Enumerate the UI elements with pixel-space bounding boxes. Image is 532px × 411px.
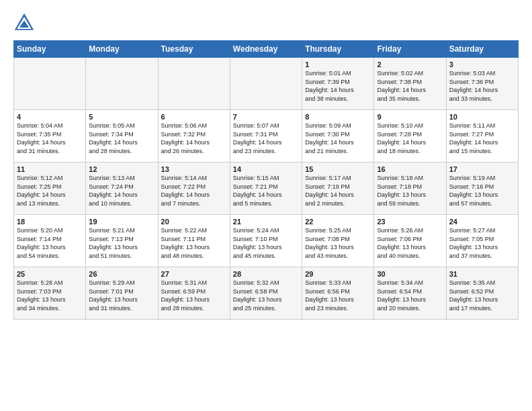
calendar-cell: 31Sunrise: 5:35 AM Sunset: 6:52 PM Dayli…: [446, 267, 518, 320]
calendar-cell: 18Sunrise: 5:20 AM Sunset: 7:14 PM Dayli…: [14, 215, 86, 267]
day-number: 27: [161, 270, 227, 278]
calendar-week-1: 1Sunrise: 5:01 AM Sunset: 7:39 PM Daylig…: [14, 58, 519, 110]
day-number: 15: [305, 165, 371, 173]
day-content: Sunrise: 5:20 AM Sunset: 7:14 PM Dayligh…: [17, 226, 83, 260]
logo-icon: [13, 12, 35, 34]
page-container: SundayMondayTuesdayWednesdayThursdayFrid…: [0, 0, 532, 328]
day-number: 1: [305, 60, 371, 68]
calendar-cell: 9Sunrise: 5:10 AM Sunset: 7:28 PM Daylig…: [374, 110, 446, 163]
day-content: Sunrise: 5:24 AM Sunset: 7:10 PM Dayligh…: [233, 226, 299, 260]
day-content: Sunrise: 5:27 AM Sunset: 7:05 PM Dayligh…: [449, 226, 515, 260]
day-number: 22: [305, 218, 371, 226]
calendar-cell: 6Sunrise: 5:06 AM Sunset: 7:32 PM Daylig…: [158, 110, 230, 163]
day-number: 28: [233, 270, 299, 278]
day-content: Sunrise: 5:33 AM Sunset: 6:56 PM Dayligh…: [305, 279, 371, 312]
calendar-cell: 21Sunrise: 5:24 AM Sunset: 7:10 PM Dayli…: [230, 215, 302, 267]
day-content: Sunrise: 5:12 AM Sunset: 7:25 PM Dayligh…: [17, 174, 83, 208]
calendar-cell: 17Sunrise: 5:19 AM Sunset: 7:16 PM Dayli…: [446, 163, 518, 215]
calendar-cell: 10Sunrise: 5:11 AM Sunset: 7:27 PM Dayli…: [446, 110, 518, 163]
day-number: 8: [305, 113, 371, 121]
day-content: Sunrise: 5:13 AM Sunset: 7:24 PM Dayligh…: [89, 174, 154, 208]
calendar-cell: 25Sunrise: 5:28 AM Sunset: 7:03 PM Dayli…: [14, 267, 86, 320]
calendar-cell: 13Sunrise: 5:14 AM Sunset: 7:22 PM Dayli…: [158, 163, 230, 215]
day-number: 16: [377, 165, 443, 173]
day-content: Sunrise: 5:18 AM Sunset: 7:18 PM Dayligh…: [377, 174, 443, 208]
calendar-cell: [230, 58, 302, 110]
calendar-cell: 3Sunrise: 5:03 AM Sunset: 7:36 PM Daylig…: [446, 58, 518, 110]
day-number: 23: [377, 218, 443, 226]
header-day-monday: Monday: [86, 41, 158, 58]
calendar-cell: 26Sunrise: 5:29 AM Sunset: 7:01 PM Dayli…: [86, 267, 158, 320]
calendar-cell: 7Sunrise: 5:07 AM Sunset: 7:31 PM Daylig…: [230, 110, 302, 163]
day-number: 14: [233, 165, 299, 173]
header-row: [13, 12, 519, 34]
day-content: Sunrise: 5:25 AM Sunset: 7:08 PM Dayligh…: [305, 226, 371, 260]
day-number: 3: [449, 60, 515, 68]
day-content: Sunrise: 5:22 AM Sunset: 7:11 PM Dayligh…: [161, 226, 227, 260]
day-number: 10: [449, 113, 515, 121]
day-content: Sunrise: 5:11 AM Sunset: 7:27 PM Dayligh…: [449, 122, 515, 155]
day-content: Sunrise: 5:01 AM Sunset: 7:39 PM Dayligh…: [305, 69, 371, 103]
calendar-cell: [86, 58, 158, 110]
header-day-saturday: Saturday: [446, 41, 518, 58]
day-number: 5: [89, 113, 154, 121]
calendar-cell: [14, 58, 86, 110]
day-content: Sunrise: 5:26 AM Sunset: 7:06 PM Dayligh…: [377, 226, 443, 260]
day-number: 17: [449, 165, 515, 173]
day-content: Sunrise: 5:28 AM Sunset: 7:03 PM Dayligh…: [17, 279, 83, 312]
day-content: Sunrise: 5:17 AM Sunset: 7:19 PM Dayligh…: [305, 174, 371, 208]
day-number: 12: [89, 165, 154, 173]
day-content: Sunrise: 5:19 AM Sunset: 7:16 PM Dayligh…: [449, 174, 515, 208]
calendar-cell: 22Sunrise: 5:25 AM Sunset: 7:08 PM Dayli…: [302, 215, 374, 267]
day-number: 24: [449, 218, 515, 226]
day-content: Sunrise: 5:02 AM Sunset: 7:38 PM Dayligh…: [377, 69, 443, 103]
day-number: 11: [17, 165, 83, 173]
header-day-thursday: Thursday: [302, 41, 374, 58]
day-content: Sunrise: 5:09 AM Sunset: 7:30 PM Dayligh…: [305, 122, 371, 155]
day-content: Sunrise: 5:35 AM Sunset: 6:52 PM Dayligh…: [449, 279, 515, 312]
calendar-cell: 29Sunrise: 5:33 AM Sunset: 6:56 PM Dayli…: [302, 267, 374, 320]
calendar-cell: 15Sunrise: 5:17 AM Sunset: 7:19 PM Dayli…: [302, 163, 374, 215]
day-content: Sunrise: 5:29 AM Sunset: 7:01 PM Dayligh…: [89, 279, 154, 312]
calendar-cell: 28Sunrise: 5:32 AM Sunset: 6:58 PM Dayli…: [230, 267, 302, 320]
calendar-cell: 12Sunrise: 5:13 AM Sunset: 7:24 PM Dayli…: [86, 163, 158, 215]
calendar-week-2: 4Sunrise: 5:04 AM Sunset: 7:35 PM Daylig…: [14, 110, 519, 163]
logo: [13, 12, 38, 34]
day-content: Sunrise: 5:21 AM Sunset: 7:13 PM Dayligh…: [89, 226, 154, 260]
calendar-cell: 4Sunrise: 5:04 AM Sunset: 7:35 PM Daylig…: [14, 110, 86, 163]
day-number: 25: [17, 270, 83, 278]
day-number: 20: [161, 218, 227, 226]
day-number: 6: [161, 113, 227, 121]
day-content: Sunrise: 5:14 AM Sunset: 7:22 PM Dayligh…: [161, 174, 227, 208]
day-number: 30: [377, 270, 443, 278]
calendar-week-4: 18Sunrise: 5:20 AM Sunset: 7:14 PM Dayli…: [14, 215, 519, 267]
day-content: Sunrise: 5:34 AM Sunset: 6:54 PM Dayligh…: [377, 279, 443, 312]
header-day-tuesday: Tuesday: [158, 41, 230, 58]
day-content: Sunrise: 5:03 AM Sunset: 7:36 PM Dayligh…: [449, 69, 515, 103]
day-content: Sunrise: 5:05 AM Sunset: 7:34 PM Dayligh…: [89, 122, 154, 155]
day-number: 2: [377, 60, 443, 68]
calendar-cell: 30Sunrise: 5:34 AM Sunset: 6:54 PM Dayli…: [374, 267, 446, 320]
day-content: Sunrise: 5:10 AM Sunset: 7:28 PM Dayligh…: [377, 122, 443, 155]
day-content: Sunrise: 5:15 AM Sunset: 7:21 PM Dayligh…: [233, 174, 299, 208]
calendar-cell: 16Sunrise: 5:18 AM Sunset: 7:18 PM Dayli…: [374, 163, 446, 215]
calendar-cell: 11Sunrise: 5:12 AM Sunset: 7:25 PM Dayli…: [14, 163, 86, 215]
calendar-header-row: SundayMondayTuesdayWednesdayThursdayFrid…: [14, 41, 519, 58]
day-number: 4: [17, 113, 83, 121]
calendar-cell: [158, 58, 230, 110]
day-number: 13: [161, 165, 227, 173]
header-day-wednesday: Wednesday: [230, 41, 302, 58]
calendar-cell: 8Sunrise: 5:09 AM Sunset: 7:30 PM Daylig…: [302, 110, 374, 163]
day-content: Sunrise: 5:31 AM Sunset: 6:59 PM Dayligh…: [161, 279, 227, 312]
header-day-sunday: Sunday: [14, 41, 86, 58]
calendar-cell: 2Sunrise: 5:02 AM Sunset: 7:38 PM Daylig…: [374, 58, 446, 110]
calendar-cell: 23Sunrise: 5:26 AM Sunset: 7:06 PM Dayli…: [374, 215, 446, 267]
day-number: 31: [449, 270, 515, 278]
calendar-week-3: 11Sunrise: 5:12 AM Sunset: 7:25 PM Dayli…: [14, 163, 519, 215]
calendar-cell: 1Sunrise: 5:01 AM Sunset: 7:39 PM Daylig…: [302, 58, 374, 110]
day-number: 21: [233, 218, 299, 226]
day-number: 19: [89, 218, 154, 226]
day-number: 26: [89, 270, 154, 278]
calendar-cell: 24Sunrise: 5:27 AM Sunset: 7:05 PM Dayli…: [446, 215, 518, 267]
day-content: Sunrise: 5:06 AM Sunset: 7:32 PM Dayligh…: [161, 122, 227, 155]
